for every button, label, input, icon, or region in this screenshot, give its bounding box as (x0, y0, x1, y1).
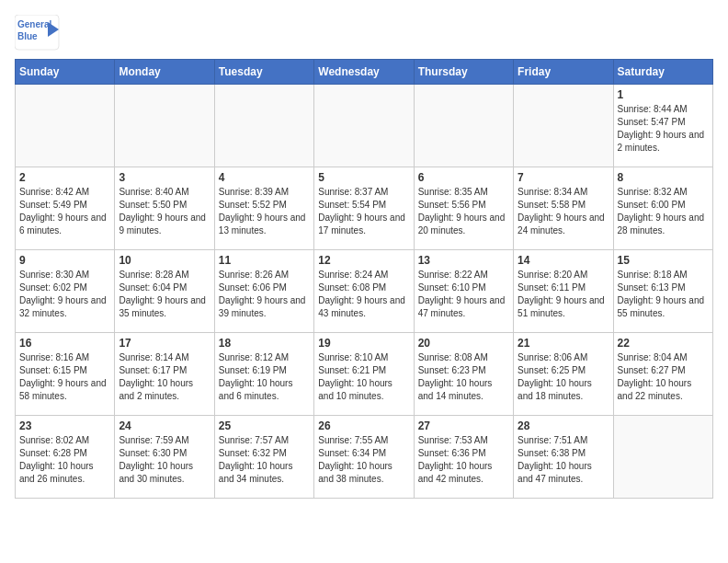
calendar-cell: 22Sunrise: 8:04 AM Sunset: 6:27 PM Dayli… (613, 333, 712, 416)
day-header-wednesday: Wednesday (314, 60, 414, 85)
day-info: Sunrise: 7:51 AM Sunset: 6:38 PM Dayligh… (518, 434, 609, 486)
day-info: Sunrise: 8:30 AM Sunset: 6:02 PM Dayligh… (19, 269, 110, 320)
day-header-tuesday: Tuesday (214, 60, 313, 85)
day-number: 4 (219, 171, 310, 184)
calendar-cell: 24Sunrise: 7:59 AM Sunset: 6:30 PM Dayli… (115, 416, 214, 499)
day-info: Sunrise: 8:34 AM Sunset: 5:58 PM Dayligh… (518, 186, 609, 237)
day-info: Sunrise: 8:02 AM Sunset: 6:28 PM Dayligh… (19, 434, 110, 486)
calendar-cell: 16Sunrise: 8:16 AM Sunset: 6:15 PM Dayli… (16, 333, 115, 416)
calendar-cell: 9Sunrise: 8:30 AM Sunset: 6:02 PM Daylig… (16, 250, 115, 333)
day-info: Sunrise: 8:42 AM Sunset: 5:49 PM Dayligh… (19, 186, 110, 237)
day-info: Sunrise: 8:06 AM Sunset: 6:25 PM Dayligh… (518, 351, 609, 403)
day-number: 1 (618, 88, 709, 101)
day-number: 5 (318, 171, 409, 184)
day-number: 22 (618, 337, 709, 350)
day-header-sunday: Sunday (16, 60, 115, 85)
calendar-cell: 11Sunrise: 8:26 AM Sunset: 6:06 PM Dayli… (214, 250, 313, 333)
day-number: 17 (119, 337, 210, 350)
day-header-friday: Friday (514, 60, 613, 85)
day-header-monday: Monday (115, 60, 214, 85)
day-number: 23 (19, 419, 110, 432)
day-info: Sunrise: 8:26 AM Sunset: 6:06 PM Dayligh… (219, 269, 310, 320)
day-info: Sunrise: 8:40 AM Sunset: 5:50 PM Dayligh… (119, 186, 210, 237)
calendar-cell: 8Sunrise: 8:32 AM Sunset: 6:00 PM Daylig… (613, 167, 712, 250)
day-number: 15 (618, 254, 709, 267)
day-info: Sunrise: 8:04 AM Sunset: 6:27 PM Dayligh… (618, 351, 709, 403)
day-info: Sunrise: 8:18 AM Sunset: 6:13 PM Dayligh… (618, 269, 709, 320)
calendar-cell: 19Sunrise: 8:10 AM Sunset: 6:21 PM Dayli… (314, 333, 414, 416)
day-number: 7 (518, 171, 609, 184)
day-header-thursday: Thursday (414, 60, 513, 85)
calendar-cell (414, 85, 513, 167)
calendar-cell (314, 85, 414, 167)
week-row-3: 9Sunrise: 8:30 AM Sunset: 6:02 PM Daylig… (16, 250, 713, 333)
week-row-5: 23Sunrise: 8:02 AM Sunset: 6:28 PM Dayli… (16, 416, 713, 499)
day-info: Sunrise: 8:24 AM Sunset: 6:08 PM Dayligh… (318, 269, 409, 320)
calendar-cell: 26Sunrise: 7:55 AM Sunset: 6:34 PM Dayli… (314, 416, 414, 499)
week-row-1: 1Sunrise: 8:44 AM Sunset: 5:47 PM Daylig… (16, 85, 713, 167)
day-number: 8 (618, 171, 709, 184)
calendar-cell (613, 416, 712, 499)
calendar-header-row: SundayMondayTuesdayWednesdayThursdayFrid… (16, 60, 713, 85)
day-info: Sunrise: 7:57 AM Sunset: 6:32 PM Dayligh… (219, 434, 310, 486)
calendar-cell: 23Sunrise: 8:02 AM Sunset: 6:28 PM Dayli… (16, 416, 115, 499)
day-number: 27 (418, 419, 509, 432)
day-number: 20 (418, 337, 509, 350)
calendar-cell: 18Sunrise: 8:12 AM Sunset: 6:19 PM Dayli… (214, 333, 313, 416)
day-number: 11 (219, 254, 310, 267)
calendar-cell (115, 85, 214, 167)
calendar-cell (16, 85, 115, 167)
day-info: Sunrise: 8:35 AM Sunset: 5:56 PM Dayligh… (418, 186, 509, 237)
day-info: Sunrise: 8:10 AM Sunset: 6:21 PM Dayligh… (318, 351, 409, 403)
calendar-cell: 7Sunrise: 8:34 AM Sunset: 5:58 PM Daylig… (514, 167, 613, 250)
day-info: Sunrise: 8:32 AM Sunset: 6:00 PM Dayligh… (618, 186, 709, 237)
day-info: Sunrise: 8:37 AM Sunset: 5:54 PM Dayligh… (318, 186, 409, 237)
day-number: 6 (418, 171, 509, 184)
day-number: 12 (318, 254, 409, 267)
calendar-cell: 28Sunrise: 7:51 AM Sunset: 6:38 PM Dayli… (514, 416, 613, 499)
day-info: Sunrise: 8:14 AM Sunset: 6:17 PM Dayligh… (119, 351, 210, 403)
day-info: Sunrise: 8:08 AM Sunset: 6:23 PM Dayligh… (418, 351, 509, 403)
calendar-cell: 1Sunrise: 8:44 AM Sunset: 5:47 PM Daylig… (613, 85, 712, 167)
day-number: 26 (318, 419, 409, 432)
svg-text:General: General (17, 19, 51, 29)
day-number: 18 (219, 337, 310, 350)
calendar-cell: 21Sunrise: 8:06 AM Sunset: 6:25 PM Dayli… (514, 333, 613, 416)
week-row-4: 16Sunrise: 8:16 AM Sunset: 6:15 PM Dayli… (16, 333, 713, 416)
day-number: 19 (318, 337, 409, 350)
day-info: Sunrise: 8:28 AM Sunset: 6:04 PM Dayligh… (119, 269, 210, 320)
day-info: Sunrise: 7:55 AM Sunset: 6:34 PM Dayligh… (318, 434, 409, 486)
logo: General Blue (15, 15, 61, 52)
day-number: 21 (518, 337, 609, 350)
calendar-cell: 2Sunrise: 8:42 AM Sunset: 5:49 PM Daylig… (16, 167, 115, 250)
day-number: 10 (119, 254, 210, 267)
svg-text:Blue: Blue (17, 31, 38, 41)
day-header-saturday: Saturday (613, 60, 712, 85)
page-header: General Blue (15, 15, 713, 52)
calendar-cell: 20Sunrise: 8:08 AM Sunset: 6:23 PM Dayli… (414, 333, 513, 416)
day-number: 2 (19, 171, 110, 184)
calendar-cell: 15Sunrise: 8:18 AM Sunset: 6:13 PM Dayli… (613, 250, 712, 333)
day-info: Sunrise: 8:44 AM Sunset: 5:47 PM Dayligh… (618, 103, 709, 155)
calendar-cell (514, 85, 613, 167)
day-number: 25 (219, 419, 310, 432)
day-number: 24 (119, 419, 210, 432)
day-info: Sunrise: 8:22 AM Sunset: 6:10 PM Dayligh… (418, 269, 509, 320)
calendar-cell: 14Sunrise: 8:20 AM Sunset: 6:11 PM Dayli… (514, 250, 613, 333)
day-info: Sunrise: 8:16 AM Sunset: 6:15 PM Dayligh… (19, 351, 110, 403)
day-number: 14 (518, 254, 609, 267)
calendar-cell: 6Sunrise: 8:35 AM Sunset: 5:56 PM Daylig… (414, 167, 513, 250)
calendar-table: SundayMondayTuesdayWednesdayThursdayFrid… (15, 59, 713, 499)
day-info: Sunrise: 8:12 AM Sunset: 6:19 PM Dayligh… (219, 351, 310, 403)
logo-svg: General Blue (15, 15, 61, 52)
calendar-cell: 27Sunrise: 7:53 AM Sunset: 6:36 PM Dayli… (414, 416, 513, 499)
calendar-cell: 10Sunrise: 8:28 AM Sunset: 6:04 PM Dayli… (115, 250, 214, 333)
day-info: Sunrise: 8:39 AM Sunset: 5:52 PM Dayligh… (219, 186, 310, 237)
day-number: 9 (19, 254, 110, 267)
calendar-cell (214, 85, 313, 167)
day-info: Sunrise: 8:20 AM Sunset: 6:11 PM Dayligh… (518, 269, 609, 320)
calendar-cell: 12Sunrise: 8:24 AM Sunset: 6:08 PM Dayli… (314, 250, 414, 333)
day-number: 13 (418, 254, 509, 267)
calendar-cell: 13Sunrise: 8:22 AM Sunset: 6:10 PM Dayli… (414, 250, 513, 333)
week-row-2: 2Sunrise: 8:42 AM Sunset: 5:49 PM Daylig… (16, 167, 713, 250)
